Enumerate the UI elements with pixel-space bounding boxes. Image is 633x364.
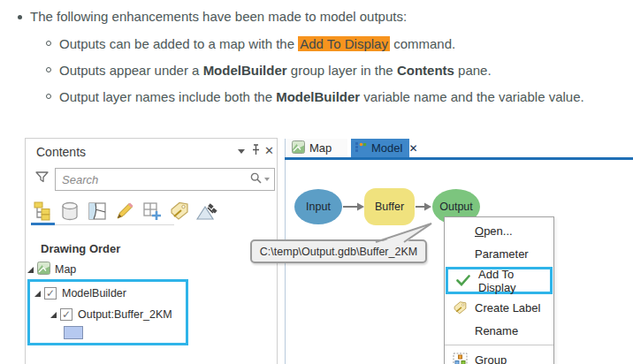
doc-bullet-1-text: The following enhancements have been mad… xyxy=(30,9,407,24)
active-tool-underline xyxy=(31,223,55,225)
sub3-post: variable name and the variable value. xyxy=(360,89,584,104)
contents-pane-title: Contents xyxy=(36,145,86,159)
tree-item-modelbuilder[interactable]: ✓ ModelBuilder xyxy=(34,285,126,301)
model-node-input[interactable]: Input xyxy=(294,189,342,224)
search-box xyxy=(55,168,275,191)
modelbuilder-checkbox[interactable]: ✓ xyxy=(44,287,57,300)
sub2-bold-modelbuilder: ModelBuilder xyxy=(203,63,287,78)
contents-pane: Contents ✕ xyxy=(25,138,278,364)
list-by-data-source-icon[interactable] xyxy=(58,200,81,223)
app-screenshot: Contents ✕ xyxy=(0,137,633,364)
menu-item-open[interactable]: Open... xyxy=(445,219,553,242)
menu-item-rename[interactable]: Rename xyxy=(445,319,553,342)
tab-map-label: Map xyxy=(309,141,332,155)
doc-bullets: The following enhancements have been mad… xyxy=(0,0,633,104)
label-tag-icon xyxy=(445,300,475,315)
add-to-display-highlight: Add To Display xyxy=(298,36,390,51)
sub2-mid: group layer in the xyxy=(287,63,397,78)
tree-item-output-buffer[interactable]: ✓ Output:Buffer_2KM xyxy=(50,307,172,322)
sub2-bold-contents: Contents xyxy=(397,63,454,78)
add-to-display-highlight-box: Add To Display xyxy=(446,267,553,294)
close-icon[interactable]: ✕ xyxy=(264,144,274,157)
drawing-order-heading: Drawing Order xyxy=(41,242,120,255)
output-path-tooltip: C:\temp\Output.gdb\Buffer_2KM xyxy=(250,239,427,263)
menu-item-rename-label: Rename xyxy=(475,324,518,337)
menu-item-create-label-label: Create Label xyxy=(475,301,540,315)
tab-close-icon[interactable]: ✕ xyxy=(408,142,417,155)
menu-item-add-to-display[interactable]: Add To Display xyxy=(448,269,550,292)
menu-item-add-to-display-label: Add To Display xyxy=(478,268,550,294)
expander-icon[interactable] xyxy=(34,291,41,297)
active-tab-underline xyxy=(285,157,633,160)
map-icon xyxy=(37,262,50,277)
context-menu: Open... Parameter Add To Display Create … xyxy=(444,216,554,364)
menu-separator xyxy=(445,345,553,345)
menu-item-group-label: Group xyxy=(475,353,507,364)
menu-item-group[interactable]: Group xyxy=(445,348,553,364)
search-input[interactable] xyxy=(56,170,249,189)
menu-item-create-label[interactable]: Create Label xyxy=(445,296,553,319)
doc-sub-bullet-3-text: Output layer names include both the Mode… xyxy=(59,89,584,104)
sub1-pre: Outputs can be added to a map with the xyxy=(59,36,298,51)
group-icon xyxy=(445,353,475,364)
contents-toolbar xyxy=(31,200,218,223)
tab-model-label: Model xyxy=(371,141,402,155)
legend-swatch xyxy=(64,326,83,339)
bullet-disc-icon xyxy=(18,15,22,19)
sub2-post: pane. xyxy=(454,63,492,78)
tree-item-modelbuilder-label: ModelBuilder xyxy=(62,287,126,300)
expander-icon[interactable] xyxy=(27,267,34,273)
search-options-caret-icon[interactable] xyxy=(264,178,270,181)
sub3-bold-modelbuilder: ModelBuilder xyxy=(276,89,360,104)
doc-sub-bullet-3: Output layer names include both the Mode… xyxy=(46,89,633,104)
tab-map[interactable]: Map xyxy=(287,139,347,157)
pin-icon[interactable] xyxy=(251,144,261,158)
sub2-pre: Outputs appear under a xyxy=(59,63,203,78)
expander-icon[interactable] xyxy=(50,312,57,318)
doc-sub-bullet-2-text: Outputs appear under a ModelBuilder grou… xyxy=(59,63,492,78)
open-accel: O xyxy=(475,224,484,238)
search-icon[interactable] xyxy=(249,171,263,188)
tree-item-output-label: Output:Buffer_2KM xyxy=(78,308,172,321)
tree-item-map[interactable]: Map xyxy=(27,262,76,277)
doc-sub-bullet-2: Outputs appear under a ModelBuilder grou… xyxy=(46,63,633,78)
output-checkbox[interactable]: ✓ xyxy=(60,308,72,321)
doc-sub-bullet-1: Outputs can be added to a map with the A… xyxy=(46,36,633,51)
model-node-buffer[interactable]: Buffer xyxy=(364,188,415,225)
list-by-snapping-icon[interactable] xyxy=(141,200,164,223)
menu-item-open-label: Open... xyxy=(475,224,513,238)
menu-item-parameter-label: Parameter xyxy=(475,247,529,261)
tree-item-map-label: Map xyxy=(55,263,76,276)
doc-bullet-1: The following enhancements have been mad… xyxy=(18,9,633,24)
bullet-ring-icon xyxy=(46,94,51,99)
menu-item-parameter[interactable]: Parameter xyxy=(445,242,553,265)
filter-icon[interactable] xyxy=(34,170,50,188)
tab-model[interactable]: Model ✕ xyxy=(351,139,409,157)
bullet-ring-icon xyxy=(46,41,51,46)
open-rest: pen... xyxy=(484,224,513,238)
pane-menu-caret-icon[interactable] xyxy=(238,149,245,154)
sub1-post: command. xyxy=(390,36,455,51)
list-by-labeling-icon[interactable] xyxy=(168,200,191,223)
checkmark-icon xyxy=(448,275,478,286)
map-icon xyxy=(292,140,305,156)
sub3-pre: Output layer names include both the xyxy=(59,89,276,104)
list-by-drawing-order-icon[interactable] xyxy=(31,200,54,223)
bullet-ring-icon xyxy=(46,67,51,72)
list-by-selection-icon[interactable] xyxy=(86,200,109,223)
modelbuilder-icon xyxy=(355,140,367,155)
doc-sub-bullet-1-text: Outputs can be added to a map with the A… xyxy=(59,36,455,51)
list-by-perspective-icon[interactable] xyxy=(195,200,218,223)
list-by-editing-icon[interactable] xyxy=(113,200,136,223)
